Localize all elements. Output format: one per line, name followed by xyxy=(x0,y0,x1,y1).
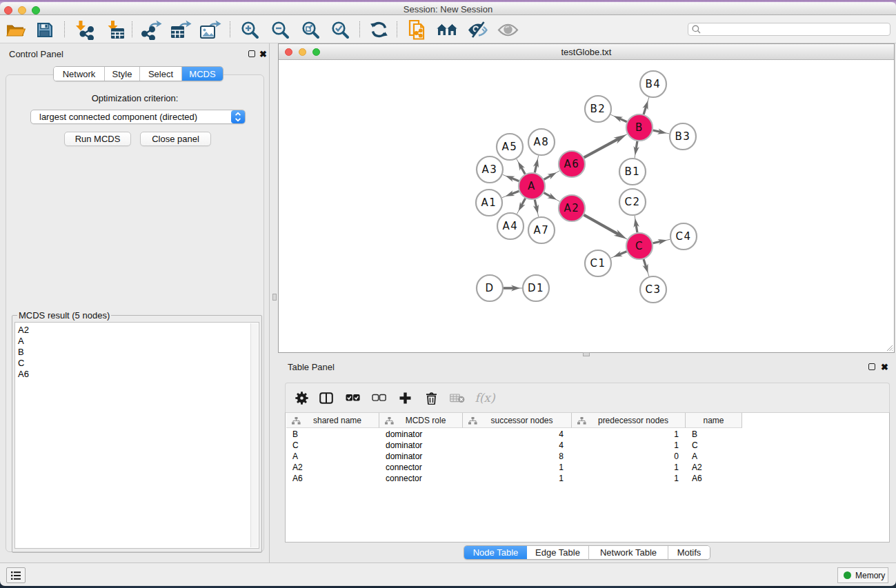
mcds-tab-content: Optimization criterion: largest connecte… xyxy=(6,74,264,552)
refresh-icon xyxy=(370,21,388,39)
optimization-criterion-label: Optimization criterion: xyxy=(6,93,263,103)
graph-edge-A2-C[interactable] xyxy=(584,215,619,235)
result-item[interactable]: B xyxy=(18,347,259,358)
dropdown-stepper-icon xyxy=(231,110,245,123)
import-network-button[interactable] xyxy=(73,19,95,41)
toolbar-separator xyxy=(397,21,397,37)
memory-button[interactable]: Memory xyxy=(837,567,888,583)
table-tabs: Node TableEdge TableNetwork TableMotifs xyxy=(464,545,710,560)
stepper-chevrons-icon xyxy=(235,112,241,122)
clone-network-button[interactable] xyxy=(406,19,428,41)
result-item[interactable]: A6 xyxy=(18,369,259,380)
tab-network-table[interactable]: Network Table xyxy=(589,546,668,559)
control-panel: Control Panel ✖ NetworkStyleSelectMCDS O… xyxy=(0,43,270,562)
table-cell: 4 xyxy=(463,440,572,451)
search-field[interactable] xyxy=(688,23,890,36)
save-session-button[interactable] xyxy=(33,19,55,41)
tab-motifs[interactable]: Motifs xyxy=(668,546,710,559)
vertical-divider-handle[interactable] xyxy=(272,294,277,301)
toolbar-separator xyxy=(359,21,360,37)
export-table-button[interactable] xyxy=(170,19,192,41)
houses-icon xyxy=(436,21,458,39)
criterion-dropdown[interactable]: largest connected component (directed) xyxy=(30,110,246,124)
search-icon xyxy=(692,25,701,34)
run-mcds-button[interactable]: Run MCDS xyxy=(64,132,131,146)
open-session-button[interactable] xyxy=(4,19,26,41)
refresh-button[interactable] xyxy=(368,19,390,41)
network-canvas[interactable]: AA1A2A3A4A5A6A7A8BB1B2B3B4CC1C2C3C4DD1 xyxy=(279,60,894,353)
control-panel-tabs: NetworkStyleSelectMCDS xyxy=(53,66,223,81)
add-column-button[interactable] xyxy=(394,387,416,409)
table-body: Bdominator41BCdominator41CAdominator80AA… xyxy=(286,429,889,542)
close-panel-button[interactable]: Close panel xyxy=(140,132,211,146)
column-header-shared-name[interactable]: shared name xyxy=(286,413,379,428)
table-row[interactable]: A6connector11A6 xyxy=(286,473,889,484)
network-window-titlebar[interactable]: testGlobe.txt xyxy=(279,44,894,60)
show-all-button[interactable] xyxy=(497,19,519,41)
toolbar-separator xyxy=(230,21,230,37)
tab-network[interactable]: Network xyxy=(54,67,105,81)
export-network-button[interactable] xyxy=(141,19,163,41)
result-scrollbar[interactable] xyxy=(250,323,258,547)
table-settings-button[interactable] xyxy=(290,387,312,409)
table-row[interactable]: Adominator80A xyxy=(286,451,889,462)
zoom-selected-button[interactable] xyxy=(329,19,351,41)
graph-edge-A6-B[interactable] xyxy=(584,138,620,157)
export-image-button[interactable] xyxy=(199,19,221,41)
column-header-predecessor-nodes[interactable]: predecessor nodes xyxy=(572,413,686,428)
memory-status-icon xyxy=(844,571,851,579)
table-split-view-button[interactable] xyxy=(315,387,337,409)
eye-slash-icon xyxy=(467,21,488,39)
float-table-panel-icon[interactable] xyxy=(868,363,875,370)
table-cell: B xyxy=(286,429,379,440)
zoom-in-icon xyxy=(240,20,260,40)
column-header-successor-nodes[interactable]: successor nodes xyxy=(463,413,572,428)
zoom-in-button[interactable] xyxy=(239,19,261,41)
export-table-icon xyxy=(170,19,192,40)
close-table-panel-icon[interactable]: ✖ xyxy=(881,363,888,372)
first-neighbors-button[interactable] xyxy=(436,19,458,41)
resize-grip-icon[interactable] xyxy=(885,343,893,352)
delete-table-button[interactable] xyxy=(446,387,468,409)
graph-node-label-C: C xyxy=(635,240,644,252)
tab-style[interactable]: Style xyxy=(105,67,140,81)
search-input[interactable] xyxy=(701,24,890,34)
tab-edge-table[interactable]: Edge Table xyxy=(527,546,589,559)
function-builder-button[interactable]: f(x) xyxy=(471,387,499,409)
deselect-all-columns-button[interactable] xyxy=(368,387,390,409)
column-type-icon xyxy=(468,417,477,425)
result-item[interactable]: A xyxy=(18,336,259,347)
graph-node-label-A6: A6 xyxy=(564,158,580,170)
save-icon xyxy=(36,21,53,39)
close-panel-icon[interactable]: ✖ xyxy=(259,50,267,59)
zoom-out-button[interactable] xyxy=(269,19,291,41)
memory-label: Memory xyxy=(855,571,885,580)
hide-selected-button[interactable] xyxy=(466,19,488,41)
result-item[interactable]: A2 xyxy=(18,325,259,336)
network-window: testGlobe.txt AA1A2A3A4A5A6A7A8BB1B2B3B4… xyxy=(278,43,895,353)
graph-node-label-A4: A4 xyxy=(503,220,519,232)
task-history-button[interactable] xyxy=(6,567,26,583)
delete-column-button[interactable] xyxy=(420,387,442,409)
table-cell: B xyxy=(686,429,742,440)
result-item[interactable]: C xyxy=(18,358,259,369)
table-row[interactable]: Bdominator41B xyxy=(286,429,889,440)
import-table-button[interactable] xyxy=(104,19,126,41)
table-row[interactable]: A2connector11A2 xyxy=(286,462,889,473)
graph-node-label-C2: C2 xyxy=(624,196,640,208)
plus-icon xyxy=(399,392,412,405)
tab-node-table[interactable]: Node Table xyxy=(464,546,527,559)
zoom-fit-button[interactable] xyxy=(299,19,321,41)
clone-network-icon xyxy=(408,19,428,41)
table-row[interactable]: Cdominator41C xyxy=(286,440,889,451)
select-all-columns-button[interactable] xyxy=(341,387,364,409)
float-panel-icon[interactable] xyxy=(248,50,255,57)
graph-node-label-B1: B1 xyxy=(625,165,641,178)
column-type-icon xyxy=(385,417,394,425)
tab-mcds[interactable]: MCDS xyxy=(182,67,223,81)
tab-select[interactable]: Select xyxy=(140,67,182,81)
column-header-name[interactable]: name xyxy=(686,413,742,428)
mcds-result-list[interactable]: A2ABCA6 xyxy=(14,322,259,549)
column-header-MCDS-role[interactable]: MCDS role xyxy=(379,413,463,428)
mcds-result-groupbox: MCDS result (5 nodes) A2ABCA6 xyxy=(12,315,262,553)
